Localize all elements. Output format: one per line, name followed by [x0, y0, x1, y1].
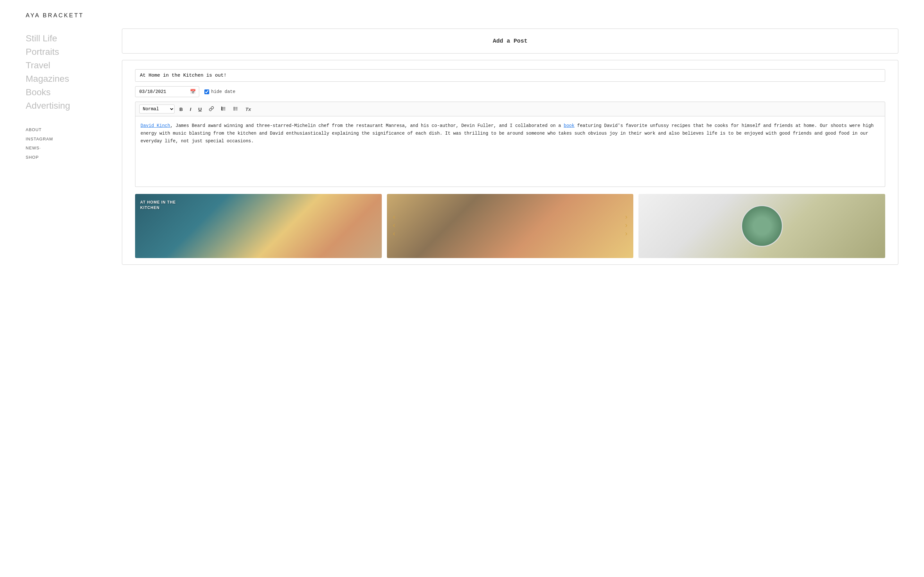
- image-thumb-2[interactable]: › › › ‹ ‹ ‹: [387, 194, 634, 258]
- sidebar-link-news[interactable]: NEWS·: [26, 143, 115, 153]
- editor-panel: 📅 hide date Normal Heading 1 Heading 2 B: [122, 60, 898, 265]
- svg-point-9: [234, 107, 234, 108]
- chevron-right-1: ›: [624, 214, 628, 221]
- svg-point-11: [234, 110, 234, 110]
- sidebar-item-portraits[interactable]: Portraits: [26, 45, 115, 59]
- date-row: 📅 hide date: [135, 86, 885, 97]
- main-layout: Still Life Portraits Travel Magazines Bo…: [0, 29, 924, 265]
- toolbar-style-select[interactable]: Normal Heading 1 Heading 2: [139, 105, 174, 113]
- hide-date-text: hide date: [211, 89, 236, 94]
- toolbar-unordered-list-button[interactable]: [231, 105, 241, 113]
- sidebar-item-news[interactable]: NEWS·: [26, 143, 115, 153]
- chevron-left-2: ‹: [392, 222, 396, 229]
- sidebar-item-about[interactable]: ABOUT: [26, 125, 115, 135]
- site-header: AYA BRACKETT: [0, 0, 924, 29]
- sidebar-link-portraits[interactable]: Portraits: [26, 45, 115, 59]
- toolbar-bold-button[interactable]: B: [177, 105, 185, 113]
- sidebar-secondary-nav: ABOUT INSTAGRAM NEWS· SHOP: [26, 125, 115, 162]
- image-thumb-3[interactable]: [638, 194, 885, 258]
- sidebar-link-about[interactable]: ABOUT: [26, 125, 115, 135]
- sidebar-main-nav: Still Life Portraits Travel Magazines Bo…: [26, 32, 115, 113]
- svg-text:3.: 3.: [221, 109, 222, 110]
- book-cover-text: AT HOME IN THEKITCHEN: [140, 200, 176, 211]
- hide-date-label[interactable]: hide date: [204, 89, 236, 94]
- sidebar: Still Life Portraits Travel Magazines Bo…: [26, 29, 115, 265]
- content-text-1: , James Beard award winning and three-st…: [170, 123, 564, 128]
- chevron-left-3: ‹: [392, 231, 396, 238]
- sidebar-link-travel[interactable]: Travel: [26, 59, 115, 72]
- sidebar-link-shop[interactable]: SHOP: [26, 153, 115, 162]
- rich-text-editor: Normal Heading 1 Heading 2 B I U: [135, 102, 885, 187]
- rich-toolbar: Normal Heading 1 Heading 2 B I U: [135, 102, 885, 116]
- add-post-panel: Add a Post: [122, 29, 898, 53]
- sidebar-item-shop[interactable]: SHOP: [26, 153, 115, 162]
- sidebar-link-still-life[interactable]: Still Life: [26, 32, 115, 45]
- chevron-right-overlay: › › ›: [624, 214, 628, 238]
- toolbar-italic-button[interactable]: I: [188, 105, 194, 113]
- image-thumb-1[interactable]: AT HOME IN THEKITCHEN: [135, 194, 382, 258]
- sidebar-item-advertising[interactable]: Advertising: [26, 99, 115, 113]
- sidebar-item-magazines[interactable]: Magazines: [26, 72, 115, 85]
- chevron-left-overlay: ‹ ‹ ‹: [392, 214, 396, 238]
- sidebar-link-books[interactable]: Books: [26, 85, 115, 99]
- sidebar-item-travel[interactable]: Travel: [26, 59, 115, 72]
- chevron-right-3: ›: [624, 231, 628, 238]
- toolbar-ordered-list-button[interactable]: 1. 2. 3.: [219, 105, 228, 113]
- chevron-right-2: ›: [624, 222, 628, 229]
- toolbar-underline-button[interactable]: U: [196, 105, 204, 113]
- plate-circle: [741, 205, 783, 247]
- toolbar-clear-format-button[interactable]: Tx: [243, 105, 254, 113]
- david-kinch-link[interactable]: David Kinch: [141, 123, 170, 128]
- hide-date-checkbox[interactable]: [204, 89, 209, 94]
- rich-text-content[interactable]: David Kinch, James Beard award winning a…: [135, 116, 885, 187]
- book-link[interactable]: book: [564, 123, 575, 128]
- sidebar-item-still-life[interactable]: Still Life: [26, 32, 115, 45]
- sidebar-item-books[interactable]: Books: [26, 85, 115, 99]
- svg-point-10: [234, 108, 234, 109]
- post-title-input[interactable]: [135, 69, 885, 82]
- sidebar-link-instagram[interactable]: INSTAGRAM: [26, 135, 115, 144]
- sidebar-link-advertising[interactable]: Advertising: [26, 99, 115, 113]
- sidebar-item-instagram[interactable]: INSTAGRAM: [26, 135, 115, 144]
- date-input-wrapper: 📅: [135, 86, 199, 97]
- sidebar-link-magazines[interactable]: Magazines: [26, 72, 115, 85]
- images-row: AT HOME IN THEKITCHEN › › › ‹ ‹ ‹: [135, 194, 885, 258]
- toolbar-link-button[interactable]: [207, 105, 216, 113]
- chevron-left-1: ‹: [392, 214, 396, 221]
- date-input[interactable]: [135, 86, 199, 97]
- add-post-title: Add a Post: [493, 38, 527, 44]
- site-logo[interactable]: AYA BRACKETT: [26, 12, 84, 19]
- main-content: Add a Post 📅 hide date: [115, 29, 898, 265]
